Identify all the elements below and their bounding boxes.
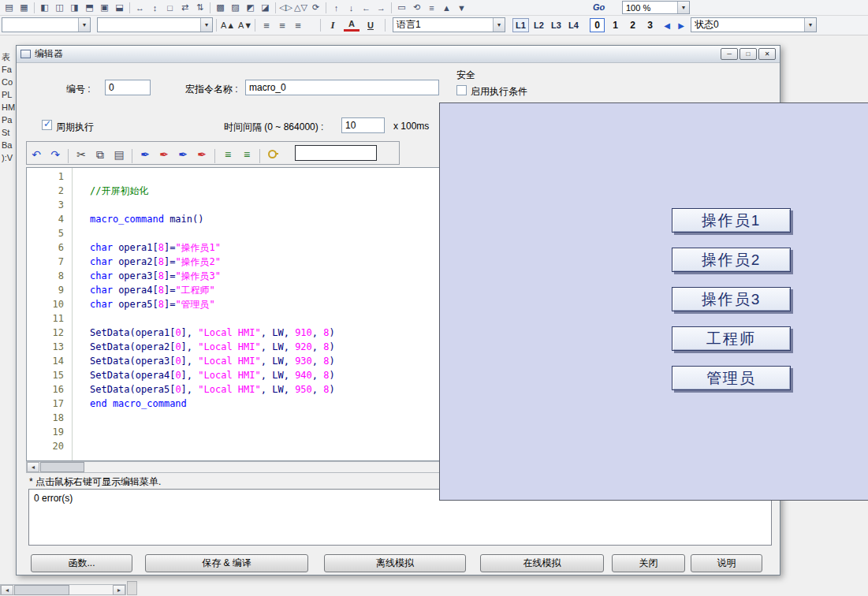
bring-to-front-icon[interactable]: ◩: [243, 1, 258, 14]
next-state-icon[interactable]: ▶: [675, 19, 687, 32]
undo-icon[interactable]: ↶: [28, 146, 45, 163]
underline-icon[interactable]: U: [363, 18, 378, 32]
text-align-center-icon[interactable]: ≡: [274, 18, 290, 32]
chevron-down-icon[interactable]: [677, 2, 689, 13]
italic-icon[interactable]: I: [325, 18, 341, 32]
chevron-down-icon[interactable]: [804, 18, 816, 32]
offline-simulation-button[interactable]: 离线模拟: [324, 554, 466, 572]
preview-button-5[interactable]: 管理员: [672, 366, 791, 390]
make-same-height-icon[interactable]: ↕: [147, 1, 162, 14]
chevron-down-icon[interactable]: [78, 18, 90, 32]
previous-state-icon[interactable]: ◀: [661, 19, 673, 32]
nudge-left-icon[interactable]: ←: [359, 1, 374, 14]
preview-button-2[interactable]: 操作员2: [672, 248, 791, 272]
line-number: 17: [27, 397, 72, 411]
text-align-left-icon[interactable]: ≡: [259, 18, 274, 32]
state-combo[interactable]: 状态0: [691, 17, 817, 32]
help-button[interactable]: 说明: [691, 554, 762, 572]
bookmark-next-icon[interactable]: ✒: [155, 146, 173, 163]
make-same-size-icon[interactable]: □: [162, 1, 177, 14]
font-size-combo[interactable]: [97, 17, 213, 32]
zoom-combo[interactable]: 100 %: [622, 1, 690, 14]
function-list-icon[interactable]: ≡: [238, 146, 255, 163]
cut-icon[interactable]: ✂: [73, 146, 90, 163]
snap-to-grid-icon[interactable]: ▦: [17, 1, 32, 14]
ungroup-icon[interactable]: ▨: [228, 1, 243, 14]
layer-up-icon[interactable]: ▲: [439, 1, 454, 14]
flip-vertical-icon[interactable]: △▽: [293, 1, 308, 14]
refresh-icon[interactable]: ⟲: [409, 1, 424, 14]
send-to-back-icon[interactable]: ◪: [258, 1, 273, 14]
preview-button-3[interactable]: 操作员3: [672, 287, 791, 311]
preview-button-1[interactable]: 操作员1: [672, 208, 791, 233]
distribute-vertical-icon[interactable]: ⇅: [192, 1, 207, 14]
select-all-icon[interactable]: ▭: [394, 1, 409, 14]
align-center-horizontal-icon[interactable]: ◫: [52, 1, 67, 14]
align-top-icon[interactable]: ⬒: [82, 1, 97, 14]
text-align-right-icon[interactable]: ≡: [290, 18, 306, 32]
redo-icon[interactable]: ↷: [47, 146, 64, 163]
language-combo[interactable]: 语言1: [393, 17, 505, 32]
go-button[interactable]: Go: [593, 2, 605, 12]
scroll-left-icon[interactable]: [27, 462, 39, 472]
scrollbar-thumb[interactable]: [14, 585, 69, 595]
font-color-icon[interactable]: A: [344, 18, 359, 32]
state-button-0[interactable]: 0: [590, 18, 605, 32]
make-same-width-icon[interactable]: ↔: [132, 1, 147, 14]
state-button-2[interactable]: 2: [625, 18, 640, 32]
maximize-button[interactable]: □: [739, 48, 757, 60]
code-token: ],: [181, 327, 199, 338]
align-left-icon[interactable]: ◧: [37, 1, 52, 14]
decrease-font-icon[interactable]: A▼: [237, 18, 253, 32]
rotate-icon[interactable]: ⟳: [308, 1, 323, 14]
chevron-down-icon[interactable]: [200, 18, 212, 32]
scroll-right-icon[interactable]: [113, 585, 125, 595]
macro-id-input[interactable]: [105, 80, 151, 95]
macro-name-input[interactable]: [245, 80, 439, 95]
functions-button[interactable]: 函数...: [31, 554, 132, 572]
interval-input[interactable]: [341, 117, 385, 133]
goto-line-icon[interactable]: ≡: [219, 146, 237, 163]
font-family-combo[interactable]: [2, 17, 91, 32]
layer-button-l2[interactable]: L2: [531, 18, 547, 32]
distribute-horizontal-icon[interactable]: ⇄: [177, 1, 192, 14]
align-right-icon[interactable]: ◨: [67, 1, 82, 14]
flip-horizontal-icon[interactable]: ◁▷: [278, 1, 293, 14]
align-middle-icon[interactable]: ▣: [97, 1, 112, 14]
layer-down-icon[interactable]: ▼: [454, 1, 469, 14]
copy-icon[interactable]: ⧉: [91, 147, 109, 164]
periodic-checkbox[interactable]: [42, 120, 52, 130]
nudge-right-icon[interactable]: →: [374, 1, 389, 14]
chevron-down-icon[interactable]: [493, 18, 505, 32]
exec-condition-checkbox[interactable]: [456, 85, 467, 95]
splitter[interactable]: [127, 581, 137, 595]
preview-button-4[interactable]: 工程师: [672, 326, 791, 351]
bookmark-toggle-icon[interactable]: ✒: [136, 146, 154, 163]
save-compile-button[interactable]: 保存 & 编译: [145, 554, 308, 572]
layer-button-l4[interactable]: L4: [565, 18, 582, 32]
state-button-1[interactable]: 1: [608, 18, 623, 32]
scroll-left-icon[interactable]: [1, 585, 13, 595]
window-titlebar[interactable]: 编辑器 ─ □ ✕: [17, 46, 780, 63]
layer-button-l1[interactable]: L1: [512, 18, 529, 32]
search-input[interactable]: [295, 145, 377, 161]
nudge-down-icon[interactable]: ↓: [344, 1, 359, 14]
bookmark-clear-icon[interactable]: ✒: [193, 146, 210, 163]
layer-button-l3[interactable]: L3: [548, 18, 564, 32]
security-key-icon[interactable]: [264, 144, 281, 162]
group-icon[interactable]: ▩: [213, 1, 228, 14]
align-bottom-icon[interactable]: ⬓: [112, 1, 127, 14]
state-button-3[interactable]: 3: [643, 18, 658, 32]
paste-icon[interactable]: ▤: [110, 146, 128, 163]
show-grid-icon[interactable]: ▤: [2, 1, 17, 14]
nudge-up-icon[interactable]: ↑: [329, 1, 344, 14]
tab-order-icon[interactable]: ≡: [424, 1, 439, 14]
scrollbar-thumb[interactable]: [40, 462, 84, 472]
bottom-scrollbar[interactable]: [0, 584, 126, 595]
minimize-button[interactable]: ─: [721, 48, 738, 60]
close-dialog-button[interactable]: 关闭: [612, 554, 685, 572]
bookmark-prev-icon[interactable]: ✒: [174, 146, 192, 163]
close-button[interactable]: ✕: [758, 48, 776, 60]
online-simulation-button[interactable]: 在线模拟: [480, 554, 604, 572]
increase-font-icon[interactable]: A▲: [220, 18, 236, 32]
